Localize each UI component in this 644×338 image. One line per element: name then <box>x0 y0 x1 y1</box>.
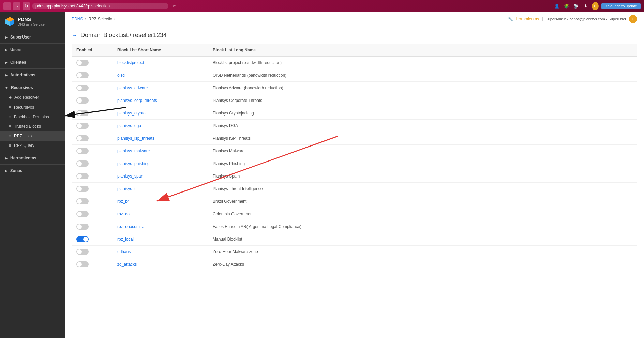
update-icon[interactable]: ⬇ <box>582 3 589 10</box>
short-name-link[interactable]: planisys_malware <box>117 149 150 153</box>
toggle-switch[interactable] <box>76 186 89 192</box>
sidebar-item-rpz-query[interactable]: ≡ RPZ Query <box>0 141 65 150</box>
sidebar-item-autoritativos[interactable]: ▶ Autoritativos <box>0 70 65 80</box>
short-name-link[interactable]: rpz_co <box>117 212 130 216</box>
short-name-link[interactable]: zd_attacks <box>117 262 137 267</box>
toggle-switch[interactable] <box>76 211 89 217</box>
table-row: planisys_dgaPlanisys DGA <box>72 120 637 132</box>
short-name-link[interactable]: rpz_local <box>117 237 134 242</box>
long-name-text: Brazil Government <box>213 199 246 204</box>
cell-long-name: Planisys Adware (bandwidth reduction) <box>208 82 637 94</box>
table-row: rpz_localManual Blocklist <box>72 233 637 246</box>
table-row: oisdOISD Netherlands (bandwidth reductio… <box>72 69 637 82</box>
bookmark-icon[interactable]: ☆ <box>170 3 177 10</box>
toggle-switch[interactable] <box>76 60 89 66</box>
sidebar-item-blackhole-domains[interactable]: ≡ Blackhole Domains <box>0 112 65 122</box>
page-title-row: → Domain BlockList:/ reseller1234 <box>72 32 637 39</box>
breadcrumb-pdns[interactable]: PDNS <box>72 17 83 21</box>
short-name-link[interactable]: rpz_enacom_ar <box>117 224 146 229</box>
cell-short-name: planisys_corp_threats <box>113 94 208 107</box>
short-name-link[interactable]: planisys_phishing <box>117 161 150 166</box>
herramientas-link[interactable]: 🔧 Herramientas <box>508 17 539 21</box>
short-name-link[interactable]: planisys_dga <box>117 123 141 128</box>
short-name-link[interactable]: planisys_spam <box>117 174 144 179</box>
relaunch-button[interactable]: Relaunch to update <box>601 3 641 9</box>
cell-enabled <box>72 82 113 94</box>
short-name-link[interactable]: urlhaus <box>117 249 131 254</box>
sidebar-label-trusted-blocks: Trusted Blocks <box>14 124 41 129</box>
toggle-switch[interactable] <box>76 135 89 141</box>
avatar-icon[interactable]: C <box>592 3 599 10</box>
sidebar-item-superuser[interactable]: ▶ SuperUser <box>0 32 65 42</box>
toggle-switch[interactable] <box>76 85 89 91</box>
url-bar[interactable]: pdns-app.planisys.net:8443/rpz-selection <box>32 3 168 9</box>
toggle-switch[interactable] <box>76 198 89 204</box>
toggle-switch[interactable] <box>76 72 89 78</box>
toggle-slider <box>76 211 89 217</box>
short-name-link[interactable]: rpz_br <box>117 199 129 204</box>
sidebar-item-recursivos-sub[interactable]: ≡ Recursivos <box>0 103 65 112</box>
cell-long-name: Manual Blocklist <box>208 233 637 246</box>
cast-icon[interactable]: 📡 <box>573 3 580 10</box>
sidebar-label-rpz-lists: RPZ Lists <box>14 134 32 138</box>
sidebar-item-herramientas[interactable]: ▶ Herramientas <box>0 153 65 163</box>
long-name-text: Zero-Day Attacks <box>213 262 244 267</box>
sidebar-label-users: Users <box>10 47 21 52</box>
wrench-icon: 🔧 <box>508 17 513 21</box>
short-name-link[interactable]: planisys_ti <box>117 186 136 191</box>
toggle-switch[interactable] <box>76 236 89 242</box>
refresh-button[interactable]: ↻ <box>23 2 30 10</box>
toggle-switch[interactable] <box>76 160 89 167</box>
list-icon: ≡ <box>9 114 11 119</box>
sidebar-item-trusted-blocks[interactable]: ≡ Trusted Blocks <box>0 122 65 131</box>
short-name-link[interactable]: planisys_adware <box>117 86 148 90</box>
cell-long-name: Planisys Spam <box>208 170 637 183</box>
cell-short-name: rpz_co <box>113 208 208 220</box>
toggle-slider <box>76 224 89 230</box>
extensions-icon[interactable]: 🧩 <box>563 3 570 10</box>
sidebar-item-users[interactable]: ▶ Users <box>0 45 65 55</box>
sidebar-item-recursivos-group[interactable]: ▼ Recursivos <box>0 83 65 92</box>
toggle-switch[interactable] <box>76 249 89 255</box>
profile-icon[interactable]: 👤 <box>554 3 560 10</box>
table-row: planisys_spamPlanisys Spam <box>72 170 637 183</box>
breadcrumb-sep: › <box>85 17 86 21</box>
sidebar-label-zonas: Zonas <box>10 168 22 173</box>
sidebar-item-zonas[interactable]: ▶ Zonas <box>0 166 65 175</box>
cell-short-name: planisys_malware <box>113 145 208 157</box>
cell-short-name: oisd <box>113 69 208 82</box>
toggle-switch[interactable] <box>76 173 89 179</box>
toggle-switch[interactable] <box>76 123 89 129</box>
cell-short-name: planisys_ti <box>113 183 208 195</box>
topbar: ← → ↻ pdns-app.planisys.net:8443/rpz-sel… <box>0 0 644 12</box>
sidebar-item-add-resolver[interactable]: + Add Resolver <box>0 92 65 103</box>
cell-enabled <box>72 94 113 107</box>
sidebar-label-blackhole-domains: Blackhole Domains <box>14 114 49 119</box>
pdns-logo-icon <box>5 16 15 27</box>
back-button[interactable]: ← <box>3 2 11 10</box>
cell-short-name: planisys_phishing <box>113 157 208 170</box>
toggle-switch[interactable] <box>76 148 89 154</box>
short-name-link[interactable]: blocklistproject <box>117 60 144 65</box>
short-name-link[interactable]: planisys_isp_threats <box>117 136 154 141</box>
toggle-switch[interactable] <box>76 97 89 104</box>
cell-short-name: blocklistproject <box>113 56 208 69</box>
short-name-link[interactable]: planisys_corp_threats <box>117 98 157 103</box>
toggle-slider <box>76 97 89 104</box>
short-name-link[interactable]: oisd <box>117 73 125 78</box>
sidebar-item-clientes[interactable]: ▶ Clientes <box>0 58 65 67</box>
app-body: PDNS DNS as a Service ▶ SuperUser ▶ User… <box>0 12 644 338</box>
short-name-link[interactable]: planisys_crypto <box>117 111 146 116</box>
forward-button[interactable]: → <box>13 2 20 10</box>
long-name-text: Planisys Threat Intelligence <box>213 186 263 191</box>
toggle-slider <box>76 72 89 78</box>
cell-short-name: zd_attacks <box>113 258 208 271</box>
toggle-switch[interactable] <box>76 224 89 230</box>
cell-long-name: OISD Netherlands (bandwidth reduction) <box>208 69 637 82</box>
sidebar-item-rpz-lists[interactable]: ≡ RPZ Lists <box>0 131 65 141</box>
toggle-switch[interactable] <box>76 261 89 267</box>
col-enabled: Enabled <box>72 44 113 56</box>
toggle-switch[interactable] <box>76 110 89 116</box>
long-name-text: OISD Netherlands (bandwidth reduction) <box>213 73 286 78</box>
toggle-slider <box>76 249 89 255</box>
